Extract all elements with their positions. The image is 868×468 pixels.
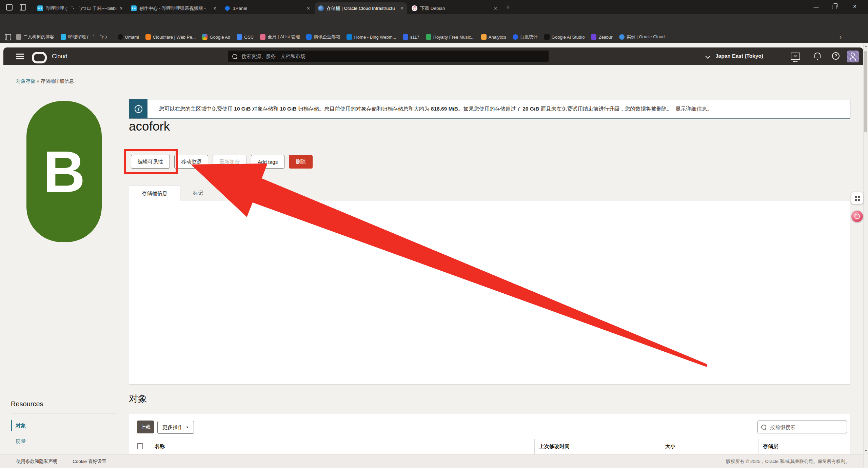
region-chevron-down-icon[interactable] [705,54,711,59]
bookmark-favicon [61,34,66,40]
column-divider [150,439,150,454]
bookmark-label: 哔哩哔哩 ( ゜- ゜)つ... [68,34,111,40]
1panel-favicon [224,5,230,11]
bookmark-item[interactable]: Analytics [481,34,506,40]
select-all-checkbox[interactable] [137,443,143,449]
breadcrumb-object-storage[interactable]: 对象存储 [16,78,35,84]
column-divider [758,439,758,454]
profile-avatar[interactable] [847,51,859,62]
floating-pink-widget[interactable] [851,211,863,222]
tab-close-icon[interactable]: × [494,5,497,12]
bookmark-item[interactable]: 二叉树树的博客 [16,34,54,40]
region-selector[interactable]: Japan East (Tokyo) [715,53,763,59]
bookmark-item[interactable]: Royalty Free Music... [426,34,475,40]
bookmark-item[interactable]: 全局 | AList 管理 [260,34,300,40]
bookmark-favicon [260,34,265,40]
column-header-tier: 存储层 [763,443,778,450]
delete-button[interactable]: 删除 [289,155,313,169]
tab-activities-icon[interactable] [6,4,13,11]
bookmark-item[interactable]: 实例 | Oracle Cloud... [619,34,668,40]
breadcrumb-current: 存储桶详细信息 [41,78,74,84]
browser-tab-debian[interactable]: @ 下载 Debian × [408,2,500,14]
tab-close-icon[interactable]: × [307,5,310,12]
notifications-bell-icon[interactable] [814,53,821,58]
reencrypt-button[interactable]: 重新加密 [213,155,246,169]
upload-button[interactable]: 上载 [137,421,154,433]
bookmark-favicon [619,34,625,40]
prefix-search[interactable] [757,421,847,433]
help-icon[interactable]: ? [832,52,840,60]
floating-grid-widget[interactable] [851,192,863,204]
cookie-preferences-link[interactable]: Cookie 喜好设置 [73,459,106,465]
breadcrumb: 对象存储 » 存储桶详细信息 [16,78,74,84]
terms-link[interactable]: 使用条款和隐私声明 [16,459,58,465]
bookmark-label: s117 [410,35,419,40]
column-divider [534,439,535,454]
add-tags-button[interactable]: Add tags [251,155,284,169]
hamburger-menu-icon[interactable] [16,54,24,55]
bookmark-item[interactable]: s117 [403,34,419,40]
prefix-search-input[interactable] [769,424,843,430]
bookmark-label: Zeabur [598,35,612,40]
bookmark-label: 实例 | Oracle Cloud... [627,34,668,40]
bookmark-label: 全局 | AList 管理 [268,34,300,40]
scroll-up-arrow[interactable]: ▲ [864,44,868,48]
console-search-input[interactable] [241,53,545,59]
tab-close-icon[interactable]: × [213,5,216,12]
bookmark-item[interactable]: Google Ad [202,34,230,40]
oracle-logo[interactable] [32,52,47,63]
browser-tab-oracle-active[interactable]: 存储桶 | Oracle Cloud Infrastructu × [315,2,407,14]
browser-tab-1panel[interactable]: 1Panel × [221,2,313,14]
cloud-shell-icon[interactable]: <> [791,53,800,60]
bookmark-item[interactable]: 哔哩哔哩 ( ゜- ゜)つ... [61,34,111,40]
bucket-actions: 编辑可见性 移动资源 重新加密 Add tags 删除 [131,155,313,169]
scroll-down-arrow[interactable]: ▼ [864,449,868,452]
grid-icon [855,196,857,198]
tab-bucket-info[interactable]: 存储桶信息 [129,185,180,201]
sidebar-toggle-icon[interactable] [5,34,11,40]
bookmark-item[interactable]: 百度统计 [513,34,538,40]
window-minimize-button[interactable]: — [811,4,821,9]
sidebar-item-metrics[interactable]: 度量 [16,438,26,445]
column-header-name: 名称 [155,443,165,450]
new-tab-button[interactable]: + [506,3,510,11]
tab-close-icon[interactable]: × [400,5,403,12]
window-restore-button[interactable] [832,5,836,9]
bookmark-item[interactable]: Zeabur [591,34,612,40]
banner-text: 您可以在您的主区域中免费使用 10 GiB 对象存储和 10 GiB 归档存储。… [159,99,843,118]
bookmarks-overflow-icon[interactable]: › [840,34,842,41]
browser-tab-bilibili[interactable]: 哔哩哔哩 ( ゜- ゜)つロ 干杯~--bilibi × [34,2,126,14]
console-search[interactable] [228,51,549,62]
vertical-tabs-icon[interactable] [20,4,26,11]
bookmark-favicon [513,34,518,40]
oci-header: Cloud Japan East (Tokyo) <> ? [3,47,863,65]
info-icon: i [135,105,142,113]
active-item-bar [11,420,12,431]
bookmark-item[interactable]: Home - Bing Webm... [347,34,396,40]
person-icon [847,51,859,62]
bookmarks-bar: 二叉树树的博客 哔哩哔哩 ( ゜- ゜)つ... Umami Cloudflar… [0,31,868,43]
move-resource-button[interactable]: 移动资源 [174,155,208,169]
column-header-size: 大小 [665,443,675,450]
scrollbar-thumb[interactable] [864,51,867,132]
tab-close-icon[interactable]: × [120,5,123,12]
show-details-link[interactable]: 显示详细信息。 [675,106,712,112]
tab-title: 1Panel [233,6,304,11]
bookmark-item[interactable]: 腾讯企业邮箱 [306,34,340,40]
resources-title: Resources [11,400,43,408]
window-close-button[interactable]: × [850,3,860,10]
bookmark-label: 二叉树树的博客 [23,34,54,40]
bookmark-item[interactable]: GSC [237,34,254,40]
bookmark-item[interactable]: Google AI Studio [544,34,585,40]
tab-tags[interactable]: 标记 [181,185,215,201]
sidebar-item-objects[interactable]: 对象 [16,423,26,429]
more-actions-button[interactable]: 更多操作 ▼ [157,421,194,434]
bookmark-item[interactable]: Cloudflare | Web Pe... [145,34,196,40]
bookmark-item[interactable]: Umami [118,34,139,40]
browser-tab-bilibili-creator[interactable]: 创作中心 - 哔哩哔哩弹幕视频网 - × [127,2,220,14]
edit-visibility-button[interactable]: 编辑可见性 [131,155,170,169]
objects-table-header [129,439,850,454]
bookmark-label: Umami [125,35,139,40]
debian-favicon: @ [412,5,417,11]
screen: { "icons": { "close": "×", "new_tab": "+… [0,0,868,468]
